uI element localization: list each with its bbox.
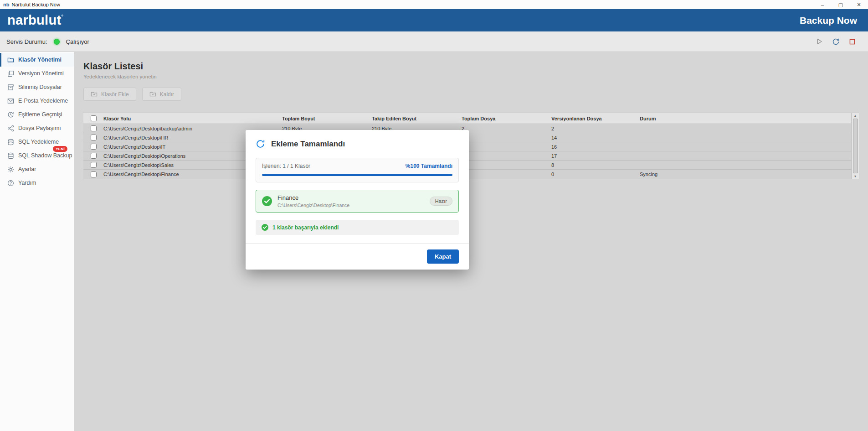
share-icon [7,125,14,132]
sidebar-item-label: Eşitleme Geçmişi [18,111,62,118]
added-folder-card: Finance C:\Users\Cengiz\Desktop\Finance … [256,190,459,213]
sidebar-item-label: Klasör Yönetimi [18,57,62,63]
cell-versioned-files: 17 [551,153,640,159]
minimize-button[interactable]: – [813,0,832,9]
success-message: 1 klasör başarıyla eklendi [272,224,339,231]
row-checkbox[interactable] [91,153,97,159]
gear-icon [7,166,14,173]
sidebar-item-label: Dosya Paylaşımı [18,125,61,131]
progress-row: İşlenen: 1 / 1 Klasör %100 Tamamlandı [262,163,452,169]
column-header-tracked-size: Takip Edilen Boyut [372,116,462,121]
folder-minus-icon [149,91,156,98]
maximize-button[interactable]: ▢ [832,0,850,9]
database-icon [7,138,14,145]
brand-header: narbulut° Backup Now [0,9,868,31]
success-message-card: 1 klasör başarıyla eklendi [256,220,459,235]
help-icon [7,179,14,187]
ready-badge: Hazır [430,197,452,206]
folder-icon [7,56,14,63]
history-icon [7,111,14,118]
sidebar-item-esitleme-gecmisi[interactable]: Eşitleme Geçmişi [0,108,74,121]
sidebar-item-sql-shadow-backup[interactable]: SQL Shadow Backup YENİ [0,149,74,162]
header-product-name: Backup Now [800,15,857,26]
sidebar-item-yardim[interactable]: Yardım [0,176,74,190]
stop-icon[interactable] [848,37,856,46]
progress-label: İşlenen: 1 / 1 Klasör [262,163,310,169]
sidebar-item-ayarlar[interactable]: Ayarlar [0,162,74,176]
table-header-row: Klasör Yolu Toplam Boyut Takip Edilen Bo… [83,113,851,124]
add-folder-button[interactable]: Klasör Ekle [83,88,136,101]
narbulut-logo: narbulut° [7,13,63,28]
page-title: Klasör Listesi [83,61,859,72]
progress-card: İşlenen: 1 / 1 Klasör %100 Tamamlandı [256,158,459,182]
folder-actions: Klasör Ekle Kaldır [83,88,859,101]
sidebar-item-dosya-paylasimi[interactable]: Dosya Paylaşımı [0,121,74,135]
main-content: Klasör Listesi Yedeklenecek klasörleri y… [74,52,868,431]
remove-folder-label: Kaldır [160,91,174,98]
status-green-dot-icon [54,39,60,45]
row-checkbox[interactable] [91,144,97,150]
select-all-checkbox[interactable] [91,115,97,121]
row-checkbox[interactable] [91,125,97,131]
service-toolbar [815,37,856,46]
progress-fill [262,174,452,176]
nb-logo: nb [3,2,9,7]
table-scrollbar[interactable]: ▲ ▼ [851,113,859,179]
versions-icon [7,70,14,77]
folder-table: Klasör Yolu Toplam Boyut Takip Edilen Bo… [83,113,859,179]
play-icon[interactable] [815,37,823,46]
close-button[interactable]: ✕ [850,0,868,9]
deleted-files-icon [7,83,14,91]
progress-status: %100 Tamamlandı [406,163,452,169]
titlebar: nb Narbulut Backup Now – ▢ ✕ [0,0,868,9]
cell-total-files: 13 [462,135,551,140]
row-checkbox[interactable] [91,162,97,168]
email-icon [7,97,14,104]
titlebar-left: nb Narbulut Backup Now [0,2,60,7]
add-complete-modal: Ekleme Tamamlandı İşlenen: 1 / 1 Klasör … [246,130,469,270]
cell-versioned-files: 8 [551,162,640,168]
added-folder-path: C:\Users\Cengiz\Desktop\Finance [277,203,349,208]
logo-mark: ° [61,14,63,19]
sidebar-item-label: SQL Shadow Backup [18,152,72,159]
scroll-down-icon[interactable]: ▼ [854,174,857,178]
cell-versioned-files: 14 [551,135,640,140]
sidebar-item-eposta-yedekleme[interactable]: E-Posta Yedekleme [0,94,74,108]
sidebar-item-label: Versiyon Yönetimi [18,70,64,77]
sidebar-item-label: Yardım [18,180,36,186]
row-checkbox[interactable] [91,135,97,140]
service-status-value: Çalışıyor [66,38,89,45]
folder-plus-icon [91,91,98,98]
scroll-up-icon[interactable]: ▲ [854,114,857,118]
yeni-badge: YENİ [53,146,67,152]
modal-title: Ekleme Tamamlandı [271,140,345,149]
column-header-versioned-files: Versiyonlanan Dosya [551,116,640,121]
cell-versioned-files: 0 [551,171,640,177]
sidebar-item-klasor-yonetimi[interactable]: Klasör Yönetimi [0,53,74,67]
sidebar-item-label: Silinmiş Dosyalar [18,84,62,90]
progress-track [262,174,452,176]
app-window: nb Narbulut Backup Now – ▢ ✕ narbulut° B… [0,0,868,431]
status-bar: Servis Durumu: Çalışıyor [0,31,868,52]
close-modal-button[interactable]: Kapat [427,249,459,264]
check-circle-icon [262,196,272,206]
select-all-cell [83,115,103,121]
sidebar-item-label: SQL Yedekleme [18,139,59,145]
page-subtitle: Yedeklenecek klasörleri yönetin [83,74,859,79]
remove-folder-button[interactable]: Kaldır [142,88,181,101]
sidebar-item-label: Ayarlar [18,166,36,172]
refresh-icon[interactable] [832,37,840,46]
column-header-total-files: Toplam Dosya [462,116,551,121]
row-checkbox[interactable] [91,171,97,177]
add-folder-label: Klasör Ekle [101,91,129,98]
cell-versioned-files: 16 [551,144,640,150]
sidebar-item-versiyon-yonetimi[interactable]: Versiyon Yönetimi [0,67,74,80]
service-status-label: Servis Durumu: [6,38,47,45]
scrollbar-thumb[interactable] [853,119,858,173]
window-title: Narbulut Backup Now [11,2,60,7]
modal-footer: Kapat [246,243,469,270]
column-header-path: Klasör Yolu [103,116,282,121]
sidebar-item-silinmis-dosyalar[interactable]: Silinmiş Dosyalar [0,80,74,94]
added-folder-texts: Finance C:\Users\Cengiz\Desktop\Finance [277,194,349,208]
check-circle-icon [262,224,268,231]
